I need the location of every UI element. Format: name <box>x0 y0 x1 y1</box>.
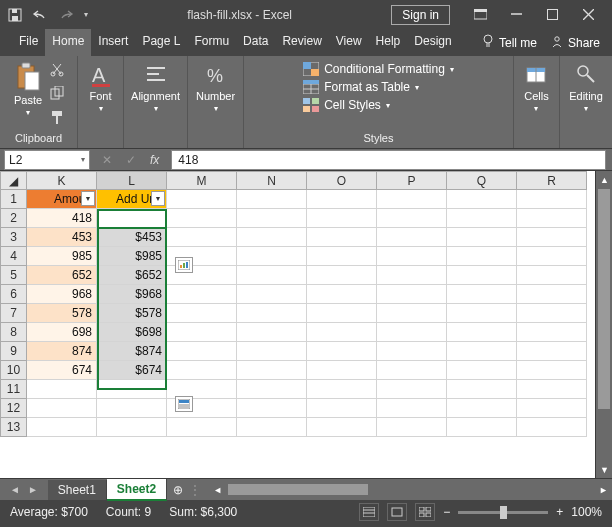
cell[interactable]: 578 <box>27 304 97 323</box>
col-header[interactable]: M <box>167 172 237 190</box>
col-header[interactable]: R <box>517 172 587 190</box>
tab-file[interactable]: File <box>12 29 45 56</box>
autofill-options-icon[interactable] <box>175 396 193 412</box>
tell-me-button[interactable]: Tell me <box>482 34 537 51</box>
formula-bar[interactable]: 418 <box>171 150 606 170</box>
horizontal-scrollbar[interactable]: ◄ ► <box>209 481 612 498</box>
row-header[interactable]: 2 <box>1 209 27 228</box>
cell[interactable]: $652 <box>97 266 167 285</box>
scroll-left-icon[interactable]: ◄ <box>209 481 226 498</box>
cell[interactable]: $698 <box>97 323 167 342</box>
sheet-tab-sheet2[interactable]: Sheet2 <box>107 479 167 501</box>
conditional-formatting-button[interactable]: Conditional Formatting▾ <box>303 62 454 76</box>
page-break-view-icon[interactable] <box>415 503 435 521</box>
share-button[interactable]: Share <box>551 35 600 51</box>
ribbon-display-icon[interactable] <box>462 3 498 27</box>
tab-scroll-right-icon[interactable]: ► <box>28 484 38 495</box>
cell[interactable]: 698 <box>27 323 97 342</box>
col-header[interactable]: K <box>27 172 97 190</box>
spreadsheet-grid[interactable]: ◢ K L M N O P Q R 1 Amoun▼ Add Unit▼ 241… <box>0 171 587 437</box>
signin-button[interactable]: Sign in <box>391 5 450 25</box>
row-header[interactable]: 6 <box>1 285 27 304</box>
new-sheet-button[interactable]: ⊕ <box>167 483 189 497</box>
format-painter-icon[interactable] <box>50 110 65 128</box>
cell[interactable]: $874 <box>97 342 167 361</box>
tab-help[interactable]: Help <box>369 29 408 56</box>
cell[interactable]: $674 <box>97 361 167 380</box>
font-button[interactable]: A Font ▾ <box>87 60 115 115</box>
normal-view-icon[interactable] <box>359 503 379 521</box>
col-header[interactable]: O <box>307 172 377 190</box>
cancel-formula-icon[interactable]: ✕ <box>102 153 112 167</box>
copy-icon[interactable] <box>50 86 65 104</box>
scroll-down-icon[interactable]: ▼ <box>596 461 612 478</box>
cell[interactable]: 652 <box>27 266 97 285</box>
name-box[interactable]: L2 ▾ <box>4 150 90 170</box>
cell[interactable]: 968 <box>27 285 97 304</box>
tab-page-layout[interactable]: Page L <box>135 29 187 56</box>
zoom-level[interactable]: 100% <box>571 505 602 519</box>
col-header[interactable]: N <box>237 172 307 190</box>
table-header-addunit[interactable]: Add Unit▼ <box>97 190 167 209</box>
tab-review[interactable]: Review <box>275 29 328 56</box>
cell[interactable]: 985 <box>27 247 97 266</box>
enter-formula-icon[interactable]: ✓ <box>126 153 136 167</box>
editing-button[interactable]: Editing ▾ <box>567 60 605 115</box>
tab-design[interactable]: Design <box>407 29 458 56</box>
row-header[interactable]: 8 <box>1 323 27 342</box>
row-header[interactable]: 4 <box>1 247 27 266</box>
select-all-corner[interactable]: ◢ <box>1 172 27 190</box>
filter-icon[interactable]: ▼ <box>151 191 165 206</box>
row-header[interactable]: 12 <box>1 399 27 418</box>
quick-analysis-icon[interactable] <box>175 257 193 273</box>
fx-icon[interactable]: fx <box>150 153 159 167</box>
number-button[interactable]: % Number ▾ <box>194 60 237 115</box>
col-header[interactable]: P <box>377 172 447 190</box>
tab-insert[interactable]: Insert <box>91 29 135 56</box>
zoom-slider[interactable] <box>458 511 548 514</box>
row-header[interactable]: 10 <box>1 361 27 380</box>
row-header[interactable]: 1 <box>1 190 27 209</box>
format-as-table-button[interactable]: Format as Table▾ <box>303 80 419 94</box>
cell[interactable]: 874 <box>27 342 97 361</box>
tab-home[interactable]: Home <box>45 29 91 56</box>
tab-scroll-left-icon[interactable]: ◄ <box>10 484 20 495</box>
filter-icon[interactable]: ▼ <box>81 191 95 206</box>
scroll-thumb[interactable] <box>228 484 368 495</box>
scroll-up-icon[interactable]: ▲ <box>596 171 612 188</box>
col-header[interactable]: L <box>97 172 167 190</box>
cell[interactable]: $985 <box>97 247 167 266</box>
row-header[interactable]: 7 <box>1 304 27 323</box>
close-button[interactable] <box>570 3 606 27</box>
zoom-out-button[interactable]: − <box>443 505 450 519</box>
zoom-in-button[interactable]: + <box>556 505 563 519</box>
col-header[interactable]: Q <box>447 172 517 190</box>
cell-styles-button[interactable]: Cell Styles▾ <box>303 98 390 112</box>
cell[interactable]: 453 <box>27 228 97 247</box>
cells-button[interactable]: Cells ▾ <box>522 60 550 115</box>
redo-icon[interactable] <box>58 9 74 21</box>
alignment-button[interactable]: Alignment ▾ <box>129 60 182 115</box>
table-header-amount[interactable]: Amoun▼ <box>27 190 97 209</box>
row-header[interactable]: 3 <box>1 228 27 247</box>
cell[interactable]: $968 <box>97 285 167 304</box>
row-header[interactable]: 9 <box>1 342 27 361</box>
row-header[interactable]: 5 <box>1 266 27 285</box>
tab-formulas[interactable]: Formu <box>187 29 236 56</box>
cell[interactable]: 418 <box>27 209 97 228</box>
undo-icon[interactable] <box>32 9 48 21</box>
scroll-thumb[interactable] <box>598 189 610 409</box>
page-layout-view-icon[interactable] <box>387 503 407 521</box>
row-header[interactable]: 11 <box>1 380 27 399</box>
cell[interactable]: $453 <box>97 228 167 247</box>
scroll-right-icon[interactable]: ► <box>595 481 612 498</box>
minimize-button[interactable] <box>498 3 534 27</box>
row-header[interactable]: 13 <box>1 418 27 437</box>
paste-button[interactable]: Paste ▾ <box>12 60 44 119</box>
cut-icon[interactable] <box>50 62 65 80</box>
maximize-button[interactable] <box>534 3 570 27</box>
sheet-tab-sheet1[interactable]: Sheet1 <box>48 480 107 500</box>
save-icon[interactable] <box>8 8 22 22</box>
cell[interactable]: 674 <box>27 361 97 380</box>
cell[interactable]: $418 <box>97 209 167 228</box>
